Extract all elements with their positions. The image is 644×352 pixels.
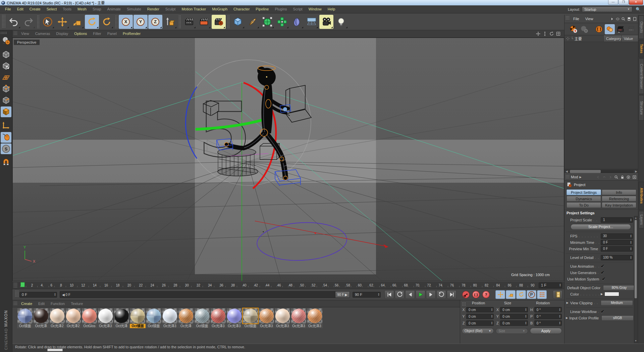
- viewport-menu-display[interactable]: Display: [53, 30, 71, 38]
- tab-referencing[interactable]: Referencing: [602, 196, 636, 202]
- timeline-playhead[interactable]: [20, 282, 25, 287]
- material-label[interactable]: Oc光泽3: [162, 324, 178, 328]
- magnet-tool-button[interactable]: [1, 158, 11, 168]
- tab-dynamics[interactable]: Dynamics: [567, 196, 601, 202]
- fps-field-input[interactable]: 30▲▼: [601, 233, 633, 239]
- menu-tools[interactable]: Tools: [60, 5, 74, 13]
- deformer-objects-button[interactable]: [290, 15, 304, 29]
- material-thumbnail[interactable]: [259, 308, 274, 323]
- more-menu-icon[interactable]: [609, 16, 614, 21]
- transport-grip[interactable]: [14, 290, 18, 297]
- material-label[interactable]: Oc光泽3: [98, 324, 113, 328]
- last-tool-used[interactable]: [100, 15, 114, 29]
- viewport-menu-grip[interactable]: [13, 31, 17, 36]
- stepper-icon[interactable]: ▲▼: [629, 234, 632, 238]
- menu-animate[interactable]: Animate: [104, 5, 124, 13]
- material-item[interactable]: Oct镜面: [243, 308, 258, 328]
- material-label[interactable]: Oc光泽2: [49, 324, 65, 328]
- make-editable-button[interactable]: [1, 35, 11, 46]
- takes-menu-grip[interactable]: [565, 15, 569, 20]
- minimum-time-field-input[interactable]: 0 F▲▼: [601, 240, 633, 245]
- menu-character[interactable]: Character: [230, 5, 253, 13]
- camera-objects-button[interactable]: [319, 15, 333, 29]
- side-tab-attributes[interactable]: Attributes: [639, 182, 644, 210]
- render-marked-takes-button[interactable]: [615, 24, 626, 34]
- material-item[interactable]: Oc光泽3: [307, 308, 323, 328]
- record-position-toggle[interactable]: [495, 290, 505, 299]
- subdivision-surface-button[interactable]: [260, 15, 274, 29]
- viewport-menu-prorender[interactable]: ProRender: [120, 30, 144, 38]
- menu-edit[interactable]: Edit: [14, 5, 26, 13]
- material-menu-function[interactable]: Function: [48, 300, 68, 308]
- record-rotation-toggle[interactable]: [516, 290, 526, 299]
- value-column-header[interactable]: Value: [621, 35, 638, 42]
- menu-pipeline[interactable]: Pipeline: [253, 5, 272, 13]
- history-forward-icon[interactable]: [608, 175, 613, 180]
- color-swatch-field[interactable]: [604, 292, 619, 296]
- lock-icon[interactable]: [620, 175, 625, 180]
- sidebar-grip[interactable]: [0, 31, 7, 34]
- record-parameter-toggle[interactable]: P: [527, 290, 536, 299]
- apply-button[interactable]: Apply: [530, 328, 562, 334]
- goto-start-button[interactable]: [384, 290, 394, 299]
- menu-window[interactable]: Window: [306, 5, 325, 13]
- side-tab-structure[interactable]: Structure: [639, 95, 644, 121]
- viewport-menu-panel[interactable]: Panel: [104, 30, 120, 38]
- material-thumbnail[interactable]: [146, 308, 161, 323]
- material-thumbnail[interactable]: [17, 308, 33, 323]
- take-list-area[interactable]: [565, 42, 638, 169]
- material-menu-edit[interactable]: Edit: [35, 300, 48, 308]
- material-thumbnail[interactable]: [211, 308, 226, 323]
- size-x-field[interactable]: 0 cm▲▼: [500, 307, 528, 312]
- search-icon[interactable]: [614, 175, 619, 180]
- view-clipping-dropdown[interactable]: Medium: [601, 300, 633, 306]
- attribute-menu-grip[interactable]: [565, 174, 569, 179]
- preview-min-time-field-input[interactable]: 0 F▲▼: [601, 246, 633, 252]
- record-scale-toggle[interactable]: [506, 290, 516, 299]
- size-z-field[interactable]: 0 cm▲▼: [500, 320, 528, 326]
- material-label[interactable]: Oc光泽2: [65, 324, 81, 328]
- next-key-button[interactable]: [436, 290, 446, 299]
- position-y-field[interactable]: 0 cm▲▼: [466, 314, 494, 319]
- material-label[interactable]: Oct镜面: [130, 324, 146, 328]
- scroll-left-icon[interactable]: ◀: [565, 170, 569, 173]
- material-item[interactable]: Oc光泽3: [98, 308, 113, 328]
- viewport[interactable]: 5 5: [12, 38, 564, 281]
- zoom-view-icon[interactable]: [542, 31, 547, 37]
- tab-info[interactable]: Info: [602, 189, 636, 195]
- size-y-field[interactable]: 0 cm▲▼: [500, 314, 528, 319]
- menu-simulate[interactable]: Simulate: [124, 5, 144, 13]
- stepper-icon[interactable]: ▲▼: [557, 321, 561, 325]
- default-object-color-dropdown[interactable]: 80% Gray: [603, 285, 635, 291]
- polygons-mode-button[interactable]: [1, 106, 11, 117]
- use-motion-system-checkbox[interactable]: ✔: [602, 276, 605, 281]
- material-label[interactable]: Oc光泽3: [210, 324, 226, 328]
- take-main-row[interactable]: └ 主要: [565, 35, 603, 42]
- panel-outline-icon[interactable]: [632, 16, 637, 21]
- close-button[interactable]: ✕: [629, 0, 643, 5]
- position-mode-dropdown[interactable]: Object (Rel)▼: [462, 328, 494, 334]
- history-up-icon[interactable]: [602, 175, 607, 180]
- material-label[interactable]: Oct光泽: [114, 324, 129, 328]
- render-all-takes-button[interactable]: [626, 24, 636, 34]
- frame-range-slider[interactable]: ◀ 0 F 90 F ▶: [60, 291, 350, 298]
- viewport-menu-filter[interactable]: Filter: [90, 30, 104, 38]
- tri-right-icon[interactable]: ▶: [601, 293, 603, 296]
- scrollbar-thumb[interactable]: [570, 170, 601, 173]
- stepper-icon[interactable]: ▲▼: [489, 321, 493, 325]
- expand-icon[interactable]: ▶: [566, 301, 569, 304]
- auto-take-toggle[interactable]: [594, 24, 604, 34]
- edit-render-settings-button[interactable]: [212, 15, 226, 29]
- environment-objects-button[interactable]: [305, 15, 319, 29]
- material-thumbnail[interactable]: [162, 308, 177, 323]
- stepper-icon[interactable]: ▲▼: [524, 308, 527, 311]
- material-menu-create[interactable]: Create: [18, 300, 35, 308]
- stepper-icon[interactable]: ▲▼: [557, 308, 561, 311]
- material-item[interactable]: Oc光泽3: [162, 308, 178, 328]
- viewport-menu-cameras[interactable]: Cameras: [32, 30, 53, 38]
- use-animation-checkbox[interactable]: ✔: [601, 264, 604, 269]
- material-thumbnail[interactable]: [66, 308, 81, 323]
- coords-grip[interactable]: [462, 302, 466, 306]
- material-label[interactable]: Oc光泽3: [259, 324, 274, 328]
- expand-icon[interactable]: ▶: [566, 316, 568, 319]
